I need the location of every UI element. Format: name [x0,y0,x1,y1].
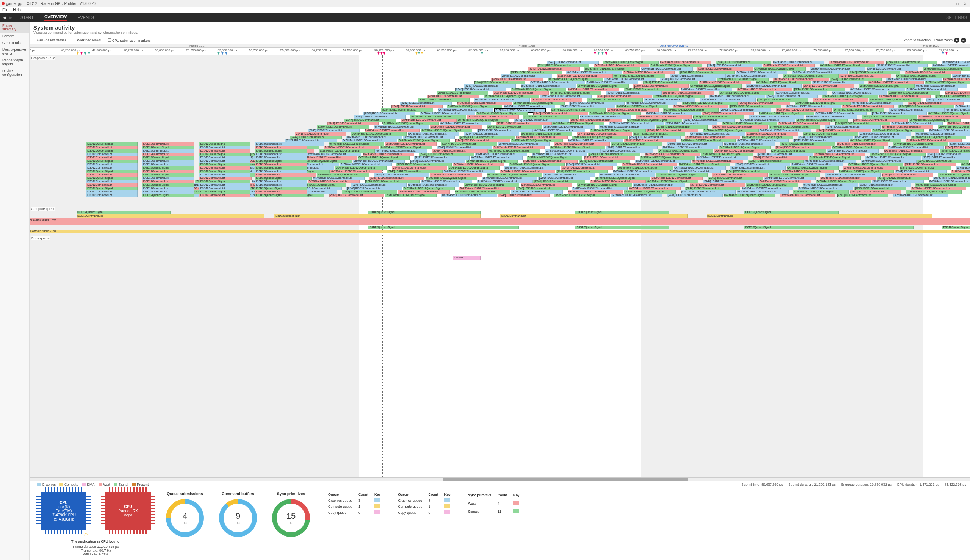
timeline-event[interactable]: 0x7ff84acb ID3D12CommandList [933,177,970,180]
timeline-event[interactable]: [2240] ID3D12CommandList [803,132,858,136]
timeline-event[interactable]: [2244] ID3D12CommandList [703,180,758,183]
timeline-event[interactable]: ID3D12CommandList [86,173,138,177]
timeline-event[interactable]: [2246] ID3D12CommandList [853,118,908,122]
timeline-event[interactable]: [2247] ID3D12CommandList [442,142,497,146]
timeline-event[interactable]: [2242] ID3D12CommandList [904,163,956,166]
timeline-event[interactable]: 0x7ff84acb ID3D12CommandList [746,132,798,136]
timeline-event[interactable]: 0x7ff84acb ID3D12Queue::Signal [653,95,705,98]
timeline-event[interactable]: 0x7ff84acb ID3D12Queue::Signal [911,136,966,139]
timeline-event[interactable]: [2240] ID3D12CommandList [922,156,970,160]
timeline-event[interactable]: 0x7ff84acb ID3D12Queue::Signal [719,146,771,149]
timeline-event[interactable]: 0x7ff84acb ID3D12CommandList [777,108,832,112]
timeline-event[interactable]: 0x7ff84acb ID3D12CommandList [780,193,835,197]
timeline-event[interactable]: ID3D12Queue::Signal [142,173,194,177]
timeline-event[interactable]: 0x7ff84acb ID3D12Queue::Signal [832,146,883,149]
cpu-marker-icon[interactable] [605,52,607,55]
timeline-event[interactable]: [2245] ID3D12CommandList [690,183,745,187]
timeline-event[interactable]: 0x7ff84acb ID3D12CommandList [457,102,512,105]
timeline-event[interactable]: ID3D12CommandList [500,215,688,218]
timeline-event[interactable]: ID3D12Queue::Signal [575,226,669,229]
timeline-event[interactable]: 0x7ff84acb ID3D12CommandList [421,180,473,183]
timeline-event[interactable]: [2248] ID3D12CommandList [867,67,918,71]
timeline-event[interactable]: 0x7ff84acb ID3D12CommandList [699,81,751,85]
timeline-event[interactable]: ID3D12Queue::Signal [255,193,307,197]
timeline-event[interactable]: [2240] ID3D12CommandList [427,95,479,98]
timeline-event[interactable]: 0x7ff84acb ID3D12Queue::Signal [746,183,798,187]
timeline-event[interactable]: Graphics queue - HW [30,218,970,222]
timeline-event[interactable]: 0x7ff84acb ID3D12CommandList [888,146,943,149]
timeline-event[interactable]: [2249] ID3D12CommandList [624,139,676,142]
timeline-event[interactable]: [2248] ID3D12CommandList [667,193,723,197]
timeline-event[interactable]: [2246] ID3D12CommandList [685,187,740,190]
timeline-event[interactable]: 0x7ff84acb ID3D12CommandList [557,74,612,78]
timeline-event[interactable]: [2241] ID3D12CommandList [624,88,679,91]
timeline-event[interactable]: [2248] ID3D12CommandList [940,149,970,153]
timeline-event[interactable]: ID3D12CommandList [255,146,307,149]
timeline-event[interactable]: [2249] ID3D12CommandList [523,115,578,118]
timeline-event[interactable]: 0x7ff84acb ID3D12CommandList [804,160,856,163]
timeline-event[interactable]: 0x7ff84acb ID3D12CommandList [568,139,623,142]
timeline-event[interactable]: 0x7ff84acb ID3D12Queue::Signal [925,81,970,85]
timeline-event[interactable]: 0x7ff84acb ID3D12CommandList [843,166,898,170]
timeline-event[interactable]: ID3D12CommandList [86,163,138,166]
timeline-event[interactable]: 0x7ff84acb ID3D12CommandList [905,71,960,74]
timeline-event[interactable]: [2241] ID3D12CommandList [726,170,781,173]
timeline-event[interactable]: 0x7ff84acb ID3D12Queue::Signal [590,129,645,132]
timeline-event[interactable]: ID3D12Queue::Signal [255,187,307,190]
timeline-event[interactable]: 0x7ff84acb ID3D12CommandList [475,153,527,156]
timeline-event[interactable]: 0x7ff84acb ID3D12CommandList [523,160,578,163]
timeline-event[interactable]: [2244] ID3D12CommandList [587,98,643,102]
timeline-event[interactable]: 0x7ff84acb ID3D12CommandList [635,160,690,163]
timeline-event[interactable]: 0x7ff84acb ID3D12CommandList [815,112,867,115]
timeline-event[interactable]: [2243] ID3D12CommandList [391,105,443,108]
timeline-event[interactable]: 0x7ff84acb ID3D12CommandList [955,105,970,108]
timeline-event[interactable]: [2247] ID3D12CommandList [633,132,685,136]
timeline-event[interactable]: 0x7ff84acb ID3D12Queue::Signal [938,173,970,177]
timeline-event[interactable]: 0x7ff84acb ID3D12Queue::Signal [464,183,520,187]
timeline-event[interactable]: [2246] ID3D12CommandList [885,61,937,64]
timeline-event[interactable]: 0x7ff84acb ID3D12Queue::Signal [938,125,970,129]
timeline-event[interactable]: 0x7ff84acb ID3D12CommandList [764,177,816,180]
timeline-event[interactable]: 0x7ff84acb ID3D12Queue::Signal [554,193,610,197]
timeline-event[interactable]: [2244] ID3D12CommandList [895,170,947,173]
timeline-event[interactable]: 0x7ff84acb ID3D12Queue::Signal [455,190,510,193]
timeline-event[interactable]: [2241] ID3D12CommandList [917,160,969,163]
timeline-event[interactable]: ID3D12Queue::Signal [942,226,970,229]
timeline-event[interactable]: [2241] ID3D12CommandList [537,64,589,67]
timeline-event[interactable]: 0x7ff84acb ID3D12Queue::Signal [724,193,776,197]
timeline-event[interactable]: ID3D12Queue::Signal [142,193,194,197]
timeline-event[interactable]: 0x7ff84acb ID3D12CommandList [590,180,645,183]
timeline-event[interactable]: [2247] ID3D12CommandList [561,166,613,170]
cpu-marker-icon[interactable] [598,52,600,55]
timeline-event[interactable]: ID3D12CommandList [255,153,307,156]
timeline-event[interactable]: ID3D12Queue::Signal [142,146,194,149]
timeline-event[interactable]: [2248] ID3D12CommandList [437,146,492,149]
timeline-event[interactable]: 0x7ff84acb ID3D12Queue::Signal [548,78,603,81]
timeline-event[interactable]: 0x7ff84acb ID3D12Queue::Signal [550,91,602,95]
timeline-event[interactable]: 0x7ff84acb ID3D12Queue::Signal [380,146,432,149]
timeline-event[interactable]: 0x7ff84acb ID3D12CommandList [313,177,365,180]
timeline-event[interactable]: ID3D12CommandList [199,156,251,160]
timeline-event[interactable]: [2247] ID3D12CommandList [872,180,924,183]
timeline-event[interactable]: 0x7ff84acb ID3D12CommandList [500,170,555,173]
timeline-event[interactable]: 0x7ff84acb ID3D12Queue::Signal [521,132,573,136]
timeline-event[interactable]: 0x7ff84acb ID3D12CommandList [782,170,834,173]
timeline-event[interactable]: 0x7ff84acb ID3D12CommandList [430,173,482,177]
timeline-event[interactable]: 0x7ff84acb ID3D12Queue::Signal [893,142,948,146]
timeline-event[interactable]: 0x7ff84acb ID3D12CommandList [947,122,970,125]
cpu-marker-icon[interactable] [80,52,83,55]
timeline-event[interactable]: 0x7ff84acb ID3D12CommandList [692,160,743,163]
timeline-event[interactable]: ID3D12CommandList [255,142,307,146]
timeline-event[interactable]: [2249] ID3D12CommandList [643,81,698,85]
timeline-event[interactable]: ID3D12CommandList [255,156,307,160]
timeline-event[interactable]: 0x7ff84acb ID3D12CommandList [669,170,721,173]
zoom-in-button[interactable]: + [954,38,959,43]
timeline-event[interactable]: 0x7ff84acb ID3D12Queue::Signal [848,163,903,166]
timeline-event[interactable]: [2245] ID3D12CommandList [570,102,625,105]
timeline-event[interactable]: 0x7ff84acb ID3D12Queue::Signal [447,105,502,108]
timeline-event[interactable]: 0x7ff84acb ID3D12CommandList [586,81,638,85]
timeline-event[interactable]: 0x7ff84acb ID3D12CommandList [604,78,656,81]
timeline-event[interactable]: 0x7ff84acb ID3D12CommandList [737,139,788,142]
timeline-event[interactable]: 0x7ff84acb ID3D12Queue::Signal [859,85,914,88]
timeline-event[interactable]: 0x7ff84acb ID3D12Queue::Signal [906,190,961,193]
